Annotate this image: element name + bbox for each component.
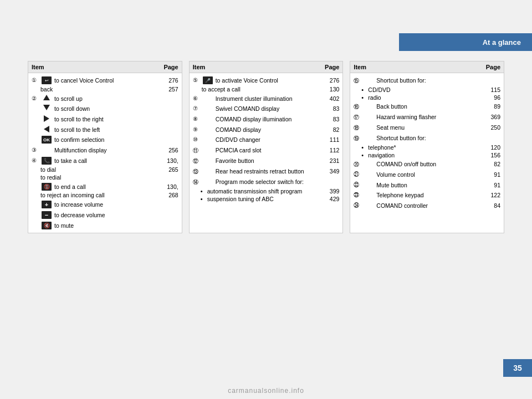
row-page: 156 <box>480 152 500 158</box>
table-row: to redial <box>28 174 182 182</box>
table-row: ⑥ Instrument cluster illumination 402 <box>190 94 343 104</box>
table-row: 🔇 to mute <box>28 221 182 231</box>
table-row: ⑱ Seat menu 250 <box>350 122 504 133</box>
table-row: ⑪ PCMCIA card slot 112 <box>190 145 343 156</box>
row-page: 91 <box>480 181 500 188</box>
row-page <box>158 211 178 212</box>
row-num: ④ <box>32 157 40 163</box>
mid-col-page: Page <box>319 64 339 70</box>
row-num <box>32 136 40 136</box>
plus-icon: + <box>40 201 53 208</box>
row-desc: COMAND controller <box>376 202 480 210</box>
row-desc: Back button <box>376 103 480 111</box>
row-page: 349 <box>319 167 339 175</box>
row-num: ㉓ <box>354 191 362 198</box>
row-num: ⑪ <box>193 146 202 155</box>
row-page: 265 <box>158 166 178 173</box>
row-page: 257 <box>158 86 178 93</box>
table-row: to reject an incoming call 268 <box>28 192 182 200</box>
row-desc: Shortcut button for: <box>376 134 480 142</box>
row-desc: to end a call <box>54 183 158 191</box>
row-page <box>158 174 178 181</box>
row-desc: Favorite button <box>216 157 320 165</box>
row-num: ⑩ <box>193 136 202 142</box>
table-row: • radio 96 <box>350 94 504 101</box>
row-desc: telephone* <box>368 144 480 151</box>
row-num: ㉒ <box>354 181 362 188</box>
row-num: ③ <box>32 146 40 153</box>
row-page: 82 <box>480 160 500 167</box>
row-num: ⑱ <box>354 124 362 132</box>
row-desc: CD/DVD changer <box>216 136 320 144</box>
row-num: ⑨ <box>193 126 202 132</box>
row-num: ⑬ <box>193 167 202 176</box>
row-page: 256 <box>158 146 178 154</box>
section-banner: At a glance <box>399 33 532 51</box>
row-num: ⑧ <box>193 115 202 122</box>
table-row: 📵 to end a call 130, <box>28 182 182 192</box>
phone-end-icon: 📵 <box>40 183 53 191</box>
bullet-icon: • <box>361 144 368 151</box>
table-row: ㉓ Telephone keypad 122 <box>350 190 504 201</box>
table-middle: Item Page ⑤ 🎤 to activate Voice Control … <box>189 61 344 233</box>
minus-icon: − <box>40 211 53 219</box>
table-row: ⑤ 🎤 to activate Voice Control 276 <box>190 75 343 86</box>
row-desc: radio <box>368 94 480 101</box>
row-page <box>480 134 500 135</box>
row-page: 89 <box>480 103 500 110</box>
row-page <box>158 105 178 105</box>
row-page: 83 <box>319 115 339 122</box>
table-row: ㉑ Volume control 91 <box>350 170 504 180</box>
row-page: 276 <box>319 76 339 84</box>
row-page: 399 <box>319 188 339 195</box>
arrow-down-icon <box>40 105 53 110</box>
row-num: ⑲ <box>354 134 362 142</box>
arrow-left-icon <box>40 126 53 132</box>
row-page: 96 <box>480 94 500 101</box>
row-desc: COMAND display illumination <box>216 115 320 124</box>
table-row: ⑲ Shortcut button for: <box>350 133 504 144</box>
row-desc: to take a call <box>54 157 158 165</box>
table-row: back 257 <box>28 86 182 94</box>
mute-icon: 🔇 <box>40 222 53 229</box>
table-right-body: ⑮ Shortcut button for: • CD/DVD 115 • ra… <box>350 73 504 213</box>
bullet-icon: • <box>361 152 368 158</box>
table-row: + to increase volume <box>28 200 182 210</box>
row-page: 231 <box>319 157 339 164</box>
row-desc: to accept a call <box>202 86 320 93</box>
row-num <box>32 105 40 105</box>
table-right: Item Page ⑮ Shortcut button for: • CD/DV… <box>350 61 504 233</box>
table-row: to scroll to the left <box>28 125 182 135</box>
row-num: ⑤ <box>193 76 202 83</box>
bullet-icon: • <box>201 188 207 195</box>
row-page: 122 <box>480 191 500 198</box>
table-row: ⑧ COMAND display illumination 83 <box>190 114 343 125</box>
row-page <box>319 178 339 178</box>
row-page <box>158 222 178 222</box>
row-desc: Telephone keypad <box>376 191 480 200</box>
table-left-header: Item Page <box>28 62 182 73</box>
table-row: ⑩ CD/DVD changer 111 <box>190 135 343 145</box>
row-desc: to scroll up <box>54 95 158 103</box>
table-right-header: Item Page <box>350 62 504 73</box>
row-desc: to scroll down <box>54 105 158 113</box>
voice-activate-icon: 🎤 <box>202 76 214 84</box>
row-num <box>32 211 40 212</box>
row-desc: to mute <box>54 222 158 230</box>
table-row: OK to confirm selection <box>28 135 182 145</box>
right-col-item: Item <box>354 64 480 70</box>
row-page: 82 <box>319 126 339 133</box>
row-desc: Hazard warning flasher <box>376 113 480 121</box>
row-page: 429 <box>319 196 339 202</box>
row-desc: to confirm selection <box>54 136 158 144</box>
row-page: 130, <box>158 183 178 190</box>
row-desc: suspension tuning of ABC <box>207 196 320 202</box>
row-desc: Mute button <box>376 181 480 190</box>
row-num: ⑥ <box>193 95 202 101</box>
row-num: ⑮ <box>354 76 362 85</box>
table-row: to scroll down <box>28 104 182 114</box>
table-row: ③ Multifunction display 256 <box>28 145 182 156</box>
table-row: to accept a call 130 <box>190 86 343 94</box>
row-desc: COMAND display <box>216 126 320 134</box>
row-num <box>32 126 40 126</box>
